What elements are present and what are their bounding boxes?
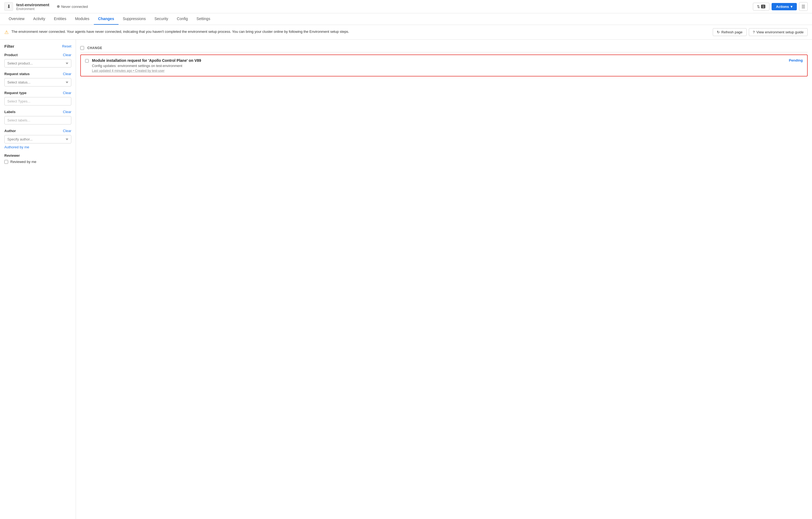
filter-title: Filter [4, 44, 14, 49]
actions-button[interactable]: Actions ▾ [772, 3, 797, 10]
filter-reviewer-label: Reviewer [4, 153, 20, 157]
main-layout: Filter Reset Product Clear Select produc… [0, 39, 812, 519]
authored-by-me-link[interactable]: Authored by me [4, 145, 29, 149]
env-icon: ⬇ [4, 2, 13, 11]
change-content: Module installation request for 'Apollo … [92, 58, 786, 73]
filter-product-header: Product Clear [4, 53, 71, 57]
filter-status-section: Request status Clear Select status... [4, 72, 71, 86]
sidebar-toggle-button[interactable]: ☰ [799, 2, 808, 11]
filter-product-label: Product [4, 53, 18, 57]
tab-config[interactable]: Config [173, 13, 192, 25]
actions-label: Actions [776, 5, 789, 9]
filter-labels-header: Labels Clear [4, 110, 71, 114]
tab-suppressions[interactable]: Suppressions [118, 13, 150, 25]
warning-text: The environment never connected. Your ag… [11, 29, 349, 34]
filter-type-section: Request type Clear [4, 91, 71, 106]
filter-reviewer-header: Reviewer [4, 153, 71, 157]
change-meta-time: 4 minutes ago [112, 69, 132, 73]
filter-sidebar: Filter Reset Product Clear Select produc… [0, 39, 76, 519]
status-label: Never connected [61, 5, 88, 9]
change-row[interactable]: Module installation request for 'Apollo … [80, 55, 808, 77]
filter-type-label: Request type [4, 91, 27, 95]
tab-settings[interactable]: Settings [192, 13, 215, 25]
sort-icon: ⇅ [757, 5, 760, 9]
tab-entities[interactable]: Entities [50, 13, 71, 25]
table-header: CHANGE [80, 44, 808, 52]
change-description: Config updates: environment settings on … [92, 64, 786, 68]
refresh-page-button[interactable]: ↻ Refresh page [713, 28, 747, 36]
filter-product-clear[interactable]: Clear [63, 53, 71, 57]
change-status-badge: Pending [789, 58, 803, 62]
env-info: test-environment Environment [16, 2, 49, 11]
sort-button[interactable]: ⇅ 1 [753, 3, 770, 10]
change-meta: Last updated 4 minutes ago • Created by … [92, 69, 786, 73]
header-left: ⬇ test-environment Environment Never con… [4, 2, 88, 11]
tab-changes[interactable]: Changes [94, 13, 118, 25]
filter-status-label: Request status [4, 72, 30, 76]
change-column-header: CHANGE [87, 46, 102, 50]
filter-author-section: Author Clear Specify author... Authored … [4, 129, 71, 149]
change-meta-suffix: • Created by test-user [132, 69, 165, 73]
warning-left: ⚠ The environment never connected. Your … [4, 29, 708, 35]
connection-status: Never connected [57, 5, 88, 9]
reviewed-by-me-row: Reviewed by me [4, 160, 71, 164]
guide-icon: ? [753, 30, 755, 34]
warning-icon: ⚠ [4, 29, 9, 35]
nav-tabs: Overview Activity Entities Modules Chang… [0, 13, 812, 25]
view-setup-guide-button[interactable]: ? View environment setup guide [749, 28, 808, 36]
filter-reviewer-section: Reviewer Reviewed by me [4, 153, 71, 164]
tab-security[interactable]: Security [150, 13, 173, 25]
page-header: ⬇ test-environment Environment Never con… [0, 0, 812, 13]
content-area: CHANGE Module installation request for '… [76, 39, 812, 519]
sort-badge: 1 [761, 5, 765, 8]
reviewed-by-me-checkbox[interactable] [4, 160, 8, 164]
select-all-checkbox[interactable] [80, 46, 84, 50]
filter-reset-button[interactable]: Reset [62, 44, 71, 48]
filter-labels-section: Labels Clear [4, 110, 71, 124]
filter-product-section: Product Clear Select product... [4, 53, 71, 67]
tab-modules[interactable]: Modules [71, 13, 94, 25]
change-row-checkbox[interactable] [85, 59, 89, 63]
filter-author-select[interactable]: Specify author... [4, 135, 71, 143]
filter-type-header: Request type Clear [4, 91, 71, 95]
status-dot [57, 5, 60, 8]
actions-chevron-icon: ▾ [790, 5, 792, 9]
filter-status-header: Request status Clear [4, 72, 71, 76]
env-type: Environment [16, 7, 49, 11]
filter-status-select[interactable]: Select status... [4, 78, 71, 86]
filter-header: Filter Reset [4, 44, 71, 49]
refresh-icon: ↻ [717, 30, 720, 34]
change-meta-prefix: Last updated [92, 69, 112, 73]
guide-label: View environment setup guide [756, 30, 804, 34]
tab-overview[interactable]: Overview [4, 13, 29, 25]
filter-labels-input[interactable] [4, 116, 71, 124]
filter-status-clear[interactable]: Clear [63, 72, 71, 76]
filter-author-header: Author Clear [4, 129, 71, 133]
filter-type-input[interactable] [4, 97, 71, 106]
filter-product-select[interactable]: Select product... [4, 59, 71, 67]
filter-labels-clear[interactable]: Clear [63, 110, 71, 114]
filter-labels-label: Labels [4, 110, 16, 114]
env-name: test-environment [16, 2, 49, 7]
tab-activity[interactable]: Activity [29, 13, 49, 25]
filter-author-clear[interactable]: Clear [63, 129, 71, 133]
sidebar-icon: ☰ [802, 4, 805, 9]
header-right: ⇅ 1 Actions ▾ ☰ [753, 2, 808, 11]
filter-type-clear[interactable]: Clear [63, 91, 71, 95]
filter-author-label: Author [4, 129, 16, 133]
refresh-label: Refresh page [721, 30, 743, 34]
reviewed-by-me-label: Reviewed by me [10, 160, 36, 164]
warning-actions: ↻ Refresh page ? View environment setup … [713, 28, 808, 36]
warning-banner: ⚠ The environment never connected. Your … [0, 25, 812, 39]
change-title: Module installation request for 'Apollo … [92, 58, 786, 63]
